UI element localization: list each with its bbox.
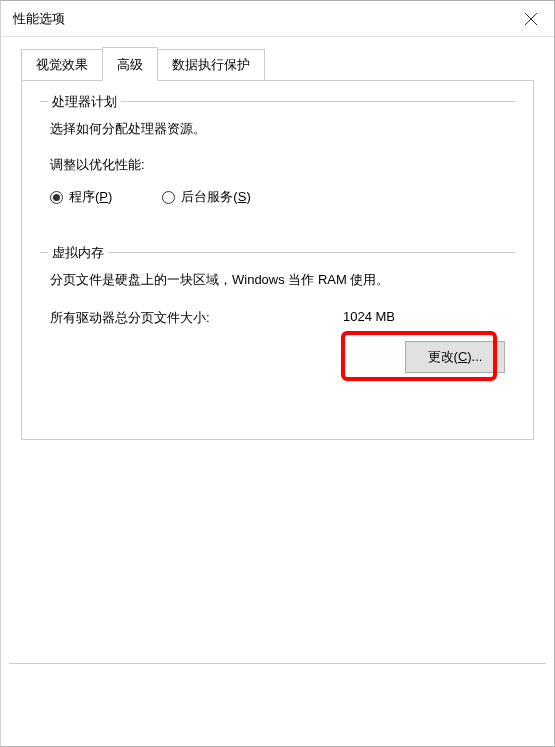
vm-total-row: 所有驱动器总分页文件大小: 1024 MB (50, 309, 505, 327)
radio-programs[interactable]: 程序(P) (50, 188, 112, 206)
radio-icon (50, 191, 63, 204)
processor-desc: 选择如何分配处理器资源。 (50, 120, 505, 138)
group-processor-inner: 选择如何分配处理器资源。 调整以优化性能: 程序(P) 后台服务(S) (40, 101, 515, 222)
vm-total-label: 所有驱动器总分页文件大小: (50, 309, 210, 327)
performance-options-window: 性能选项 视觉效果 高级 数据执行保护 处理器计划 选择如何分配处理器资源。 调… (0, 0, 555, 747)
tab-panel-advanced: 处理器计划 选择如何分配处理器资源。 调整以优化性能: 程序(P) 后台服务(S… (21, 80, 534, 440)
group-title-virtual-memory: 虚拟内存 (48, 244, 108, 262)
content-area: 视觉效果 高级 数据执行保护 处理器计划 选择如何分配处理器资源。 调整以优化性… (1, 37, 554, 440)
bottom-divider (9, 663, 546, 664)
group-processor-scheduling: 处理器计划 选择如何分配处理器资源。 调整以优化性能: 程序(P) 后台服务(S… (40, 101, 515, 222)
change-button-row: 更改(C)... (50, 341, 505, 373)
close-icon (525, 13, 537, 25)
tab-visual-effects[interactable]: 视觉效果 (21, 49, 103, 81)
window-title: 性能选项 (13, 10, 65, 28)
group-title-processor: 处理器计划 (48, 93, 121, 111)
tab-advanced[interactable]: 高级 (102, 47, 158, 81)
tab-strip: 视觉效果 高级 数据执行保护 (21, 49, 534, 81)
radio-label: 后台服务(S) (181, 188, 250, 206)
adjust-label: 调整以优化性能: (50, 156, 505, 174)
radio-icon (162, 191, 175, 204)
close-button[interactable] (508, 1, 554, 37)
vm-total-value: 1024 MB (343, 309, 395, 327)
titlebar: 性能选项 (1, 1, 554, 37)
radio-row: 程序(P) 后台服务(S) (50, 184, 505, 212)
vm-desc: 分页文件是硬盘上的一块区域，Windows 当作 RAM 使用。 (50, 271, 505, 289)
change-button[interactable]: 更改(C)... (405, 341, 505, 373)
group-vm-inner: 分页文件是硬盘上的一块区域，Windows 当作 RAM 使用。 所有驱动器总分… (40, 252, 515, 383)
group-virtual-memory: 虚拟内存 分页文件是硬盘上的一块区域，Windows 当作 RAM 使用。 所有… (40, 252, 515, 383)
radio-label: 程序(P) (69, 188, 112, 206)
tab-dep[interactable]: 数据执行保护 (157, 49, 265, 81)
radio-background-services[interactable]: 后台服务(S) (162, 188, 250, 206)
